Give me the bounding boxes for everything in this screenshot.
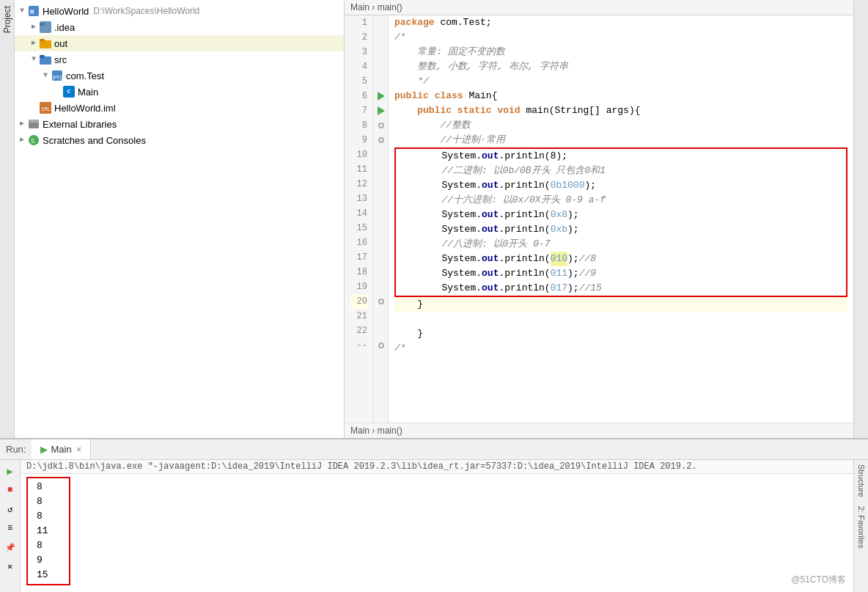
run-content: ▶ ■ ↺ ≡ 📌 ✕ xyxy=(0,460,868,592)
comment-11: //二进制: 以0b/0B开头 只包含0和1 xyxy=(396,164,606,178)
comment-17b: //8 xyxy=(579,252,596,266)
comment-13: //十六进制: 以0x/0X开头 0-9 a-f xyxy=(396,193,606,208)
editor-content[interactable]: 1 2 3 4 5 6 7 8 9 10 11 12 13 14 15 16 1 xyxy=(345,15,853,423)
tree-item-src[interactable]: ▼ src xyxy=(15,51,344,67)
line-num-7: 7 xyxy=(350,103,367,118)
tree-arrow-ext: ▶ xyxy=(18,120,26,128)
run-tab-main[interactable]: ▶ Main × xyxy=(32,439,91,459)
svg-text:S: S xyxy=(31,138,34,145)
tree-item-main[interactable]: ▶ C Main xyxy=(15,84,344,100)
line-num-12: 12 xyxy=(350,177,367,191)
structure-tab[interactable]: Structure xyxy=(856,460,867,502)
code-line-23: /* xyxy=(394,341,847,356)
tree-arrow-out: ▶ xyxy=(29,39,38,48)
scroll-button[interactable]: ≡ xyxy=(2,520,18,536)
comment-4: 整数, 小数, 字符, 布尔, 字符串 xyxy=(394,59,568,74)
tree-item-iml[interactable]: ▶ IML HelloWorld.iml xyxy=(15,100,344,116)
gutter-7[interactable] xyxy=(374,103,388,118)
tree-arrow-scratch: ▶ xyxy=(18,136,26,145)
tree-label-idea: .idea xyxy=(54,22,75,33)
line-num-16: 16 xyxy=(350,235,367,250)
code-line-20: } xyxy=(394,297,847,312)
main-content: Project ▼ H HelloWorld D:\WorkSpaces\Hel… xyxy=(0,0,868,438)
rerun-button[interactable]: ↺ xyxy=(2,501,18,517)
code-line-4: 整数, 小数, 字符, 布尔, 字符串 xyxy=(394,59,847,74)
code-content[interactable]: package com.Test; /* 常量: 固定不变的数 整数, 小数, … xyxy=(389,15,853,423)
svg-text:IML: IML xyxy=(41,106,51,112)
run-button[interactable]: ▶ xyxy=(2,463,18,479)
line-num-22: 22 xyxy=(350,324,367,338)
gutter-1 xyxy=(374,15,388,30)
gutter-13 xyxy=(374,191,388,206)
code-line-1: package com.Test; xyxy=(394,15,847,30)
tree-item-idea[interactable]: ▶ .idea xyxy=(15,19,344,35)
stop-button[interactable]: ■ xyxy=(2,482,18,498)
run-icon: ▶ xyxy=(7,465,12,478)
line-num-2: 2 xyxy=(350,30,367,45)
tree-path-helloworld: D:\WorkSpaces\HelloWorld xyxy=(93,6,199,16)
tree-label-ext-libs: External Libraries xyxy=(43,119,117,130)
iml-file-icon: IML xyxy=(40,102,51,114)
svg-text:pkg: pkg xyxy=(53,73,63,80)
project-edge-tab[interactable]: Project xyxy=(1,0,14,39)
line-num-21: 21 xyxy=(350,309,367,324)
kw-void: void xyxy=(497,103,520,118)
gutter-16 xyxy=(374,235,388,250)
num-010: 010 xyxy=(551,252,567,266)
gutter-11 xyxy=(374,162,388,177)
code-line-22: } xyxy=(394,326,847,341)
tree-arrow-com-test: ▼ xyxy=(41,71,50,80)
code-line-17: System.out.println(010);//8 xyxy=(396,252,846,266)
out-folder-icon xyxy=(40,37,51,49)
tree-label-scratches: Scratches and Consoles xyxy=(43,135,146,146)
code-line-13: //十六进制: 以0x/0X开头 0-9 a-f xyxy=(396,193,846,208)
svg-rect-6 xyxy=(40,39,45,42)
run-tab-label: Main xyxy=(51,444,71,455)
line-num-19: 19 xyxy=(350,279,367,294)
highlighted-code-block: System.out.println(8); //二进制: 以0b/0B开头 只… xyxy=(394,147,847,297)
left-edge-panel: Project xyxy=(0,0,15,438)
close-output-button[interactable]: ✕ xyxy=(2,558,18,574)
code-line-9: //十进制·常用 xyxy=(394,133,847,147)
code-line-19: System.out.println(017);//15 xyxy=(396,281,846,296)
run-toolbar: ▶ ■ ↺ ≡ 📌 ✕ xyxy=(0,460,21,592)
scroll-icon: ≡ xyxy=(7,523,12,533)
favorites-tab[interactable]: 2: Favorites xyxy=(856,502,867,552)
pin-button[interactable]: 📌 xyxy=(2,539,18,555)
tree-label-com-test: com.Test xyxy=(66,70,104,81)
output-line-2: 8 xyxy=(37,494,60,509)
tree-item-out[interactable]: ▶ out xyxy=(15,35,344,51)
code-line-8: //整数 xyxy=(394,118,847,133)
num-017: 017 xyxy=(551,281,567,296)
tree-item-scratches[interactable]: ▶ S Scratches and Consoles xyxy=(15,132,344,148)
output-line-5: 8 xyxy=(37,538,60,553)
out-14: out xyxy=(482,208,499,222)
svg-rect-4 xyxy=(40,23,45,26)
breadcrumb-bottom: Main › main() xyxy=(350,425,402,436)
svg-text:H: H xyxy=(30,9,34,16)
file-tree: ▼ H HelloWorld D:\WorkSpaces\HelloWorld … xyxy=(15,0,344,438)
code-line-16: //八进制: 以0开头 0-7 xyxy=(396,237,846,252)
tree-item-helloworld[interactable]: ▼ H HelloWorld D:\WorkSpaces\HelloWorld xyxy=(15,3,344,19)
comment-16: //八进制: 以0开头 0-7 xyxy=(396,237,551,252)
tree-item-external-libs[interactable]: ▶ External Libraries xyxy=(15,116,344,132)
run-tab-close[interactable]: × xyxy=(76,444,82,455)
code-line-12: System.out.println(0b1000); xyxy=(396,178,846,193)
gutter-12 xyxy=(374,177,388,191)
tree-item-com-test[interactable]: ▼ pkg com.Test xyxy=(15,67,344,84)
comment-18b: //9 xyxy=(579,266,596,281)
line-num-6: 6 xyxy=(350,89,367,103)
tree-label-out: out xyxy=(54,38,67,49)
comment-19b: //15 xyxy=(579,281,602,296)
kw-public-6: public xyxy=(394,89,429,103)
scratch-icon: S xyxy=(28,134,40,146)
gutter-5 xyxy=(374,74,388,89)
line-num-10: 10 xyxy=(350,147,367,162)
comment-9: //十进制·常用 xyxy=(394,133,505,147)
module-icon: H xyxy=(28,5,40,17)
tree-label-helloworld: HelloWorld xyxy=(43,6,89,17)
comment-5: */ xyxy=(394,74,429,89)
kw-public-7: public xyxy=(394,103,452,118)
gutter-6[interactable] xyxy=(374,89,388,103)
editor-breadcrumb: Main › main() xyxy=(345,0,853,15)
